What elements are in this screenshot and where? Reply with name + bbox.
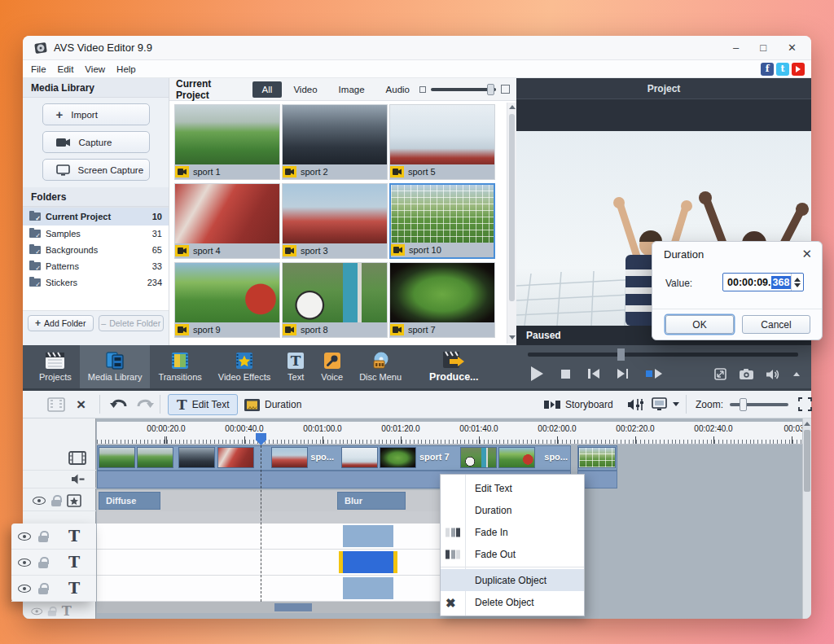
visibility-icon[interactable] [18, 585, 31, 593]
text-object[interactable] [343, 577, 393, 599]
spinner-control[interactable] [791, 274, 803, 291]
monitor-dropdown-icon[interactable] [673, 402, 679, 406]
visibility-icon[interactable] [18, 532, 31, 541]
twitter-icon[interactable]: t [776, 63, 789, 76]
delete-icon[interactable]: × [77, 396, 86, 412]
dialog-close-icon[interactable]: ✕ [801, 247, 812, 261]
minimize-icon[interactable]: – [733, 42, 739, 53]
module-produce[interactable]: Produce... [421, 345, 486, 388]
snapshot-icon[interactable] [740, 369, 753, 379]
module-video-effects[interactable]: Video Effects [210, 345, 279, 388]
menu-file[interactable]: File [31, 64, 46, 74]
add-folder-button[interactable]: + Add Folder [28, 315, 94, 331]
timeline-ruler[interactable]: 00:00:20.0 00:00:40.0 00:01:00.0 00:01:2… [97, 422, 802, 445]
spin-up-icon[interactable] [794, 278, 801, 282]
maximize-icon[interactable]: □ [760, 42, 766, 53]
audio-mixer-icon[interactable] [627, 397, 645, 412]
thumbnail-size-small-icon[interactable] [419, 86, 426, 93]
menu-edit[interactable]: Edit [58, 64, 74, 74]
cancel-button[interactable]: Cancel [742, 315, 810, 334]
tab-video[interactable]: Video [283, 81, 327, 98]
scroll-down-icon[interactable] [509, 335, 516, 340]
close-icon[interactable]: ✕ [788, 42, 797, 53]
folder-samples[interactable]: Samples 31 [23, 226, 169, 242]
play-icon[interactable] [531, 366, 543, 381]
menu-item-duplicate-object[interactable]: Duplicate Object [441, 569, 584, 591]
storyboard-button[interactable]: Storyboard [544, 394, 613, 415]
import-button[interactable]: + Import [42, 103, 150, 125]
text-track-header-3[interactable] [11, 576, 96, 602]
video-track[interactable]: spo... sport 7 spo... [97, 445, 802, 471]
media-clip[interactable]: sport 2 [282, 104, 388, 180]
delete-folder-button[interactable]: – Delete Folder [99, 315, 165, 331]
media-clip[interactable]: sport 1 [174, 104, 280, 180]
text-object-selected[interactable] [339, 551, 397, 573]
menu-item-fade-out[interactable]: Fade Out [441, 543, 584, 565]
facebook-icon[interactable]: f [761, 63, 774, 76]
lock-icon[interactable] [38, 531, 48, 542]
media-clip[interactable]: sport 4 [174, 183, 280, 259]
effects-track-header[interactable] [23, 490, 96, 511]
menu-item-duration[interactable]: Duration [441, 499, 584, 521]
folder-patterns[interactable]: Patterns 33 [23, 258, 169, 274]
thumbnail-size-slider[interactable] [431, 88, 496, 91]
menu-view[interactable]: View [85, 64, 105, 74]
text-track-header-2[interactable] [11, 550, 96, 576]
media-clip[interactable]: sport 3 [282, 183, 388, 259]
stop-icon[interactable] [561, 370, 570, 379]
media-clip[interactable]: sport 7 [389, 262, 495, 338]
module-voice[interactable]: Voice [313, 345, 351, 388]
module-media-library[interactable]: Media Library [80, 345, 151, 388]
multi-trim-icon[interactable] [47, 397, 65, 412]
lock-icon[interactable] [38, 583, 48, 594]
previous-frame-icon[interactable] [588, 369, 599, 379]
youtube-icon[interactable] [792, 63, 805, 76]
lock-icon[interactable] [38, 557, 48, 568]
slider-handle[interactable] [487, 84, 494, 95]
zoom-handle[interactable] [740, 398, 747, 411]
module-text[interactable]: T Text [279, 345, 313, 388]
thumbnail-size-large-icon[interactable] [501, 85, 510, 94]
lock-icon[interactable] [51, 495, 61, 506]
capture-button[interactable]: Capture [42, 131, 150, 153]
media-clip[interactable]: sport 5 [389, 104, 495, 180]
menu-item-edit-text[interactable]: Edit Text [441, 477, 584, 499]
menu-item-delete-object[interactable]: ✖ Delete Object [441, 591, 584, 613]
folder-current-project[interactable]: Current Project 10 [23, 208, 169, 226]
ok-button[interactable]: OK [665, 315, 734, 334]
volume-icon[interactable] [766, 369, 780, 380]
effect-block[interactable]: Diffuse [99, 492, 160, 510]
undo-icon[interactable] [109, 397, 129, 412]
scroll-up-icon[interactable] [509, 105, 516, 109]
scrollbar-thumb[interactable] [509, 114, 515, 301]
grid-scrollbar[interactable] [507, 103, 516, 344]
next-frame-icon[interactable] [617, 369, 629, 379]
spin-down-icon[interactable] [794, 283, 801, 287]
media-clip[interactable]: sport 9 [174, 262, 280, 338]
effect-block[interactable]: Blur [337, 492, 406, 510]
tab-image[interactable]: Image [329, 81, 375, 98]
media-clip-selected[interactable]: sport 10 [389, 183, 495, 259]
visibility-icon[interactable] [33, 497, 46, 505]
visibility-icon[interactable] [18, 559, 31, 567]
text-track-header-1[interactable] [11, 524, 96, 550]
screen-capture-button[interactable]: Screen Capture [42, 159, 150, 181]
media-clip[interactable]: sport 8 [282, 262, 388, 338]
volume-expand-icon[interactable] [793, 372, 800, 376]
edit-text-button[interactable]: T Edit Text [168, 394, 238, 415]
menu-item-fade-in[interactable]: Fade In [441, 521, 584, 543]
video-track-header[interactable] [23, 445, 96, 471]
module-projects[interactable]: Projects [31, 345, 80, 388]
scrollbar-thumb[interactable] [804, 430, 810, 492]
monitor-icon[interactable] [652, 397, 669, 412]
menu-help[interactable]: Help [116, 64, 136, 74]
tab-audio[interactable]: Audio [376, 81, 419, 98]
fullscreen-icon[interactable] [714, 368, 726, 380]
folder-stickers[interactable]: Stickers 234 [23, 274, 169, 291]
audio-track-header[interactable] [23, 471, 96, 488]
redo-icon[interactable] [135, 397, 155, 412]
module-disc-menu[interactable]: Disc Menu [351, 345, 410, 388]
seek-bar[interactable] [528, 353, 798, 357]
play-to-marker-icon[interactable] [646, 369, 662, 379]
folder-backgrounds[interactable]: Backgrounds 65 [23, 242, 169, 258]
